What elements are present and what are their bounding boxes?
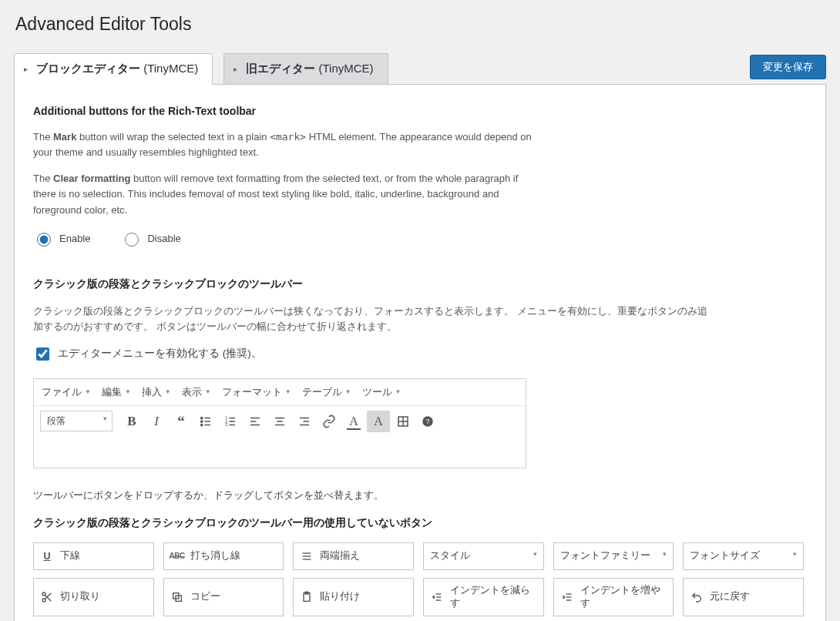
outdent-icon — [430, 590, 444, 604]
editor-body[interactable] — [34, 437, 526, 468]
unused-underline[interactable]: U 下線 — [33, 542, 154, 570]
unused-strikethrough[interactable]: ABC 打ち消し線 — [163, 542, 284, 570]
unused-font-family[interactable]: フォントファミリー — [553, 542, 674, 570]
unused-copy[interactable]: コピー — [163, 578, 284, 616]
link-button[interactable] — [318, 411, 341, 432]
svg-point-29 — [42, 592, 45, 596]
bullet-list-button[interactable] — [194, 411, 217, 432]
bold-button[interactable]: B — [120, 411, 143, 432]
page-title: Advanced Editor Tools — [15, 14, 826, 35]
radio-enable-label: Enable — [59, 233, 90, 244]
enable-menu-checkbox[interactable] — [36, 347, 49, 361]
svg-text:3: 3 — [225, 422, 227, 427]
mark-description: The Mark button will wrap the selected t… — [33, 129, 542, 160]
indent-icon — [560, 590, 574, 604]
editor-menubar: ファイル▼ 編集▼ 挿入▼ 表示▼ フォーマット▼ テーブル▼ ツール▼ — [34, 379, 526, 406]
svg-point-0 — [201, 417, 203, 418]
blockquote-button[interactable]: “ — [170, 411, 193, 432]
menu-view[interactable]: 表示▼ — [182, 385, 211, 399]
menu-tools[interactable]: ツール▼ — [362, 385, 402, 399]
menu-table[interactable]: テーブル▼ — [302, 385, 351, 399]
tab-block-editor[interactable]: ▸ ブロックエディター (TinyMCE) — [14, 53, 213, 85]
unused-style[interactable]: スタイル — [423, 542, 544, 570]
tabs: ▸ ブロックエディター (TinyMCE) ▸ 旧エディター (TinyMCE) — [14, 53, 388, 84]
radio-enable[interactable]: Enable — [33, 230, 90, 247]
tab-classic-editor[interactable]: ▸ 旧エディター (TinyMCE) — [223, 53, 388, 85]
table-button[interactable] — [391, 411, 415, 432]
svg-point-4 — [201, 424, 203, 425]
classic-toolbar-description: クラシック版の段落とクラシックブロックのツールバーは狭くなっており、フォーカスす… — [33, 304, 711, 334]
svg-text:?: ? — [425, 418, 429, 425]
chevron-right-icon: ▸ — [234, 65, 241, 73]
svg-point-30 — [42, 599, 45, 602]
tab-label: 旧エディター (TinyMCE) — [246, 62, 373, 76]
section-classic-toolbar-title: クラシック版の段落とクラシックブロックのツールバー — [33, 277, 807, 291]
italic-button[interactable]: I — [145, 411, 168, 432]
align-right-button[interactable] — [293, 411, 316, 432]
settings-panel: Additional buttons for the Rich-Text too… — [14, 84, 826, 621]
clipboard-icon — [300, 590, 314, 604]
align-center-button[interactable] — [268, 411, 291, 432]
unused-buttons-grid: U 下線 ABC 打ち消し線 両端揃え スタイル フォントファミリー フォントサ… — [33, 542, 804, 621]
unused-outdent[interactable]: インデントを減らす — [423, 578, 544, 616]
strikethrough-icon: ABC — [170, 549, 184, 563]
unused-cut[interactable]: 切り取り — [33, 578, 154, 616]
undo-icon — [690, 590, 704, 604]
format-select[interactable]: 段落 — [40, 411, 113, 431]
tab-label: ブロックエディター (TinyMCE) — [36, 62, 198, 76]
editor-preview: ファイル▼ 編集▼ 挿入▼ 表示▼ フォーマット▼ テーブル▼ ツール▼ 段落 … — [33, 378, 526, 468]
unused-font-size[interactable]: フォントサイズ — [683, 542, 804, 570]
menu-format[interactable]: フォーマット▼ — [222, 385, 291, 399]
editor-toolbar: 段落 B I “ 123 A A — [34, 406, 526, 437]
svg-point-2 — [201, 421, 203, 422]
drag-hint: ツールバーにボタンをドロップするか、ドラッグしてボタンを並べ替えます。 — [33, 488, 807, 502]
radio-disable[interactable]: Disable — [121, 230, 180, 247]
enable-menu-label: エディターメニューを有効化する (推奨)。 — [58, 347, 262, 361]
background-color-button[interactable]: A — [367, 411, 390, 432]
radio-enable-input[interactable] — [37, 233, 51, 247]
copy-icon — [170, 590, 184, 604]
underline-icon: U — [40, 549, 54, 563]
numbered-list-button[interactable]: 123 — [219, 411, 242, 432]
unused-indent[interactable]: インデントを増やす — [553, 578, 674, 616]
save-button[interactable]: 変更を保存 — [750, 55, 826, 79]
text-color-button[interactable]: A — [342, 411, 365, 432]
menu-file[interactable]: ファイル▼ — [42, 385, 91, 399]
enable-menu-checkbox-row[interactable]: エディターメニューを有効化する (推奨)。 — [33, 345, 807, 363]
section-rich-text-title: Additional buttons for the Rich-Text too… — [33, 105, 807, 117]
unused-buttons-title: クラシック版の段落とクラシックブロックのツールバー用の使用していないボタン — [33, 516, 807, 530]
align-left-button[interactable] — [244, 411, 267, 432]
scissors-icon — [40, 590, 54, 604]
unused-paste[interactable]: 貼り付け — [293, 578, 414, 616]
chevron-right-icon: ▸ — [24, 65, 32, 73]
menu-insert[interactable]: 挿入▼ — [142, 385, 171, 399]
clear-formatting-description: The Clear formatting button will remove … — [33, 171, 542, 217]
radio-disable-input[interactable] — [125, 233, 139, 247]
justify-icon — [300, 549, 314, 563]
unused-undo[interactable]: 元に戻す — [683, 578, 804, 616]
radio-disable-label: Disable — [147, 233, 180, 244]
menu-edit[interactable]: 編集▼ — [102, 385, 131, 399]
unused-justify[interactable]: 両端揃え — [293, 542, 414, 570]
help-button[interactable]: ? — [416, 411, 439, 432]
